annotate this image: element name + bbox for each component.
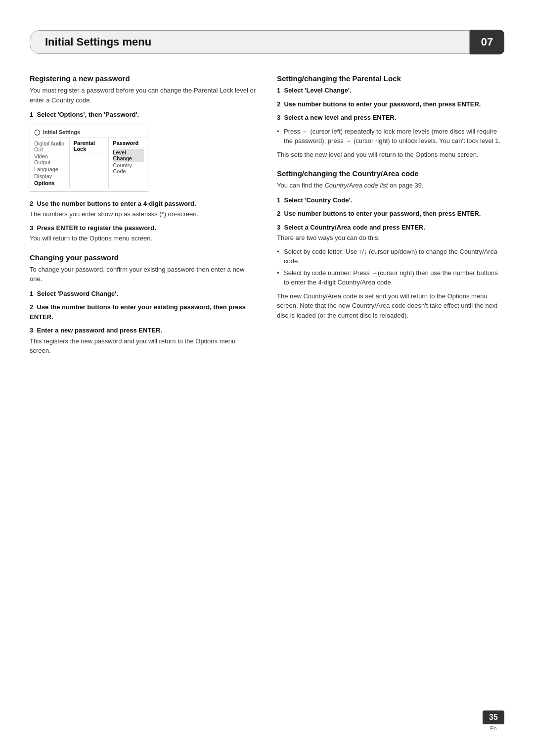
menu-col-2: Parental Lock bbox=[70, 138, 109, 189]
pl-step-1: 1 Select 'Level Change'. bbox=[277, 86, 504, 95]
menu-col-1: Digital Audio Out Video Output Language … bbox=[30, 138, 70, 189]
footer-lang: En bbox=[490, 725, 496, 731]
menu-col-2-header: Parental Lock bbox=[74, 140, 105, 153]
cc-step-1: 1 Select 'Country Code'. bbox=[277, 195, 504, 205]
cc-step-3-body: There are two ways you can do this: bbox=[277, 233, 504, 243]
menu-item-display: Display bbox=[34, 173, 65, 180]
cc-step-3: 3 Select a Country/Area code and press E… bbox=[277, 223, 504, 243]
cc-bullets: Select by code letter: Use ↑/↓ (cursor u… bbox=[277, 247, 504, 287]
cc-closing: The new Country/Area code is set and you… bbox=[277, 291, 504, 321]
reg-step-2: 2 Use the number buttons to enter a 4-di… bbox=[30, 199, 257, 219]
page-number-badge: 07 bbox=[470, 30, 504, 54]
country-code-section: Setting/changing the Country/Area code Y… bbox=[277, 169, 504, 320]
reg-step-1: 1 Select 'Options', then 'Password'. bbox=[30, 110, 257, 120]
menu-item-options: Options bbox=[34, 180, 65, 187]
menu-table: Digital Audio Out Video Output Language … bbox=[30, 138, 148, 189]
pl-bullets: Press ← (cursor left) repeatedly to lock… bbox=[277, 127, 504, 146]
cc-step-2: 2 Use number buttons to enter your passw… bbox=[277, 209, 504, 219]
parental-lock-title: Setting/changing the Parental Lock bbox=[277, 74, 504, 83]
registering-body: You must register a password before you … bbox=[30, 86, 257, 105]
changing-password-section: Changing your password To change your pa… bbox=[30, 253, 257, 356]
menu-item-country: Country Code bbox=[113, 162, 144, 175]
reg-step-3-body: You will return to the Options menu scre… bbox=[30, 234, 257, 243]
chg-step-2: 2 Use the number buttons to enter your e… bbox=[30, 302, 257, 322]
pl-bullet-1: Press ← (cursor left) repeatedly to lock… bbox=[277, 127, 504, 146]
cc-step-1-label: 1 Select 'Country Code'. bbox=[277, 195, 504, 205]
changing-body: To change your password, confirm your ex… bbox=[30, 265, 257, 284]
parental-lock-section: Setting/changing the Parental Lock 1 Sel… bbox=[277, 74, 504, 159]
menu-title-bar: ◯ Initial Settings bbox=[30, 128, 148, 138]
cc-step-3-label: 3 Select a Country/Area code and press E… bbox=[277, 223, 504, 233]
menu-icon: ◯ bbox=[34, 129, 40, 136]
menu-item-level: Level Change bbox=[113, 149, 144, 162]
menu-screenshot: ◯ Initial Settings Digital Audio Out Vid… bbox=[30, 125, 148, 192]
country-code-title: Setting/changing the Country/Area code bbox=[277, 169, 504, 178]
menu-col-3-header: Password bbox=[113, 140, 144, 147]
page-footer: 35 En bbox=[483, 710, 504, 731]
reg-step-1-label: 1 Select 'Options', then 'Password'. bbox=[30, 110, 257, 120]
pl-step-2: 2 Use number buttons to enter your passw… bbox=[277, 99, 504, 109]
footer-page-number: 35 bbox=[483, 710, 504, 724]
cc-step-2-label: 2 Use number buttons to enter your passw… bbox=[277, 209, 504, 219]
reg-step-3: 3 Press ENTER to register the password. … bbox=[30, 223, 257, 243]
chg-step-1: 1 Select 'Password Change'. bbox=[30, 289, 257, 299]
page-title: Initial Settings menu bbox=[45, 36, 151, 48]
chg-step-3-label: 3 Enter a new password and press ENTER. bbox=[30, 326, 257, 335]
menu-title: Initial Settings bbox=[43, 129, 80, 135]
pl-closing: This sets the new level and you will ret… bbox=[277, 150, 504, 160]
reg-step-2-body: The numbers you enter show up as asteris… bbox=[30, 209, 257, 219]
chg-step-1-label: 1 Select 'Password Change'. bbox=[30, 289, 257, 299]
menu-item-language: Language bbox=[34, 166, 65, 173]
header-bar: Initial Settings menu bbox=[30, 30, 470, 54]
registering-title: Registering a new password bbox=[30, 74, 257, 83]
menu-item-video: Video Output bbox=[34, 153, 65, 166]
pl-step-2-label: 2 Use number buttons to enter your passw… bbox=[277, 99, 504, 109]
page-header: Initial Settings menu 07 bbox=[30, 30, 504, 54]
pl-step-1-label: 1 Select 'Level Change'. bbox=[277, 86, 504, 95]
registering-password-section: Registering a new password You must regi… bbox=[30, 74, 257, 243]
reg-step-3-label: 3 Press ENTER to register the password. bbox=[30, 223, 257, 233]
pl-step-3-label: 3 Select a new level and press ENTER. bbox=[277, 113, 504, 123]
content-area: Registering a new password You must regi… bbox=[30, 74, 504, 366]
cc-bullet-2: Select by code number: Press →(cursor ri… bbox=[277, 268, 504, 287]
country-code-body: You can find the Country/Area code list … bbox=[277, 181, 504, 190]
chg-step-2-label: 2 Use the number buttons to enter your e… bbox=[30, 302, 257, 322]
left-column: Registering a new password You must regi… bbox=[30, 74, 257, 366]
pl-step-3: 3 Select a new level and press ENTER. bbox=[277, 113, 504, 123]
changing-title: Changing your password bbox=[30, 253, 257, 262]
menu-item-digital: Digital Audio Out bbox=[34, 140, 65, 153]
cc-bullet-1: Select by code letter: Use ↑/↓ (cursor u… bbox=[277, 247, 504, 266]
chg-step-3-body: This registers the new password and you … bbox=[30, 336, 257, 356]
right-column: Setting/changing the Parental Lock 1 Sel… bbox=[277, 74, 504, 366]
chg-step-3: 3 Enter a new password and press ENTER. … bbox=[30, 326, 257, 356]
reg-step-2-label: 2 Use the number buttons to enter a 4-di… bbox=[30, 199, 257, 209]
menu-col-3: Password Level Change Country Code bbox=[109, 138, 148, 189]
